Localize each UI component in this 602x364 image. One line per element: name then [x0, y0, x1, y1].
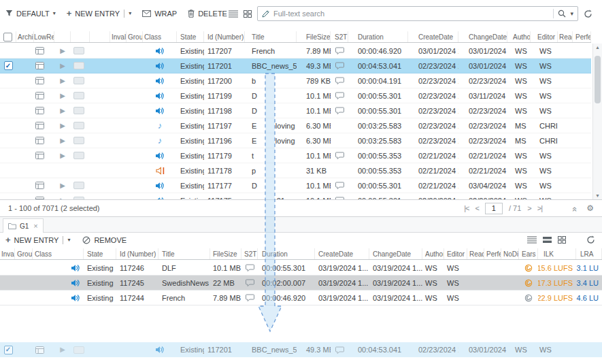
column-header-idnumber[interactable]: Id (Number)	[116, 248, 158, 259]
table-row[interactable]: ▶Existing117207French7.89 MB00:00:46.920…	[0, 44, 591, 59]
preview-thumbnail[interactable]	[73, 62, 84, 69]
table-row[interactable]: ✓▶Existing117201BBC_news_5..49.3 MB00:04…	[0, 59, 591, 73]
column-header-state[interactable]: State	[84, 248, 116, 259]
play-button[interactable]: ▶	[60, 182, 65, 189]
table-row[interactable]: ▶Existing117200b789 KB00:00:04.19102/23/…	[0, 73, 591, 88]
row-checkbox[interactable]: ✓	[4, 61, 13, 70]
column-header-filesize[interactable]: FileSize	[210, 248, 241, 259]
tab-g1[interactable]: G1 ×	[3, 218, 44, 233]
table-row[interactable]: ▶Existing117199D10.1 MB00:00:55.30102/23…	[0, 88, 591, 103]
scrollbar-thumb[interactable]	[595, 56, 601, 103]
preview-thumbnail[interactable]	[73, 152, 84, 159]
delete-button[interactable]: DELETE	[188, 10, 227, 18]
column-header-duration[interactable]: Duration	[258, 248, 315, 259]
column-header-editor[interactable]: Editor	[444, 248, 467, 259]
table-row[interactable]: ▶Existing117175 2110.1 MB00:00:55.30102/…	[0, 193, 591, 199]
row-checkbox[interactable]: ✓	[4, 346, 13, 354]
play-button[interactable]: ▶	[60, 152, 65, 159]
play-button[interactable]: ▶	[60, 346, 65, 353]
column-header-s2t[interactable]: S2T	[241, 248, 258, 259]
preview-thumbnail[interactable]	[73, 122, 84, 129]
select-all-checkbox[interactable]	[0, 31, 16, 42]
remove-button[interactable]: REMOVE	[82, 236, 127, 244]
new-entry-button-bottom[interactable]: + NEW ENTRY ▾	[5, 235, 70, 244]
scroll-up-icon[interactable]: ▲	[595, 45, 600, 50]
column-header-title[interactable]: Title	[158, 248, 210, 259]
play-button[interactable]: ▶	[60, 93, 65, 99]
column-header-s2t[interactable]: S2T	[331, 31, 348, 42]
table-row[interactable]: Existing117178p31 KB00:00:55.35302/21/20…	[0, 163, 591, 178]
column-header-read[interactable]: Read	[467, 248, 484, 259]
table-row[interactable]: Existing117245SwedishNews22 MB00:02:00.0…	[0, 276, 602, 291]
column-header-state[interactable]: State	[177, 31, 204, 42]
preview-thumbnail[interactable]	[73, 137, 84, 144]
rows-view-icon[interactable]	[543, 236, 552, 244]
first-page-button[interactable]: |<	[464, 204, 469, 212]
table-row[interactable]: ▶♪Existing117196E loving6.30 MB00:03:25.…	[0, 133, 591, 148]
chevron-down-icon[interactable]: ▾	[570, 10, 573, 17]
column-header-author[interactable]: Author	[507, 31, 531, 42]
filter-default-button[interactable]: DEFAULT ▾	[5, 10, 56, 18]
column-header-class[interactable]: Class	[33, 248, 84, 259]
prev-page-button[interactable]: <	[475, 204, 478, 212]
column-header-ilk[interactable]: ILK	[538, 248, 576, 259]
column-header-nodi[interactable]: NoDi	[501, 248, 519, 259]
preview-thumbnail[interactable]	[73, 107, 84, 114]
refresh-icon[interactable]	[584, 10, 592, 18]
new-entry-button[interactable]: + NEW ENTRY ▾	[67, 9, 131, 18]
table-row[interactable]: Existing117246DLF10.1 MB00:00:55.30103/1…	[0, 261, 602, 276]
table-row[interactable]: ▶Existing117177D10.1 MB00:00:55.30102/21…	[0, 178, 591, 193]
column-header-filesize[interactable]: FileSize	[297, 31, 331, 42]
column-header-ears[interactable]: Ears	[519, 248, 538, 259]
column-header-archi[interactable]: Archi	[16, 31, 34, 42]
column-header-grou[interactable]: Grou	[127, 31, 143, 42]
column-header-lra[interactable]: LRA	[576, 248, 602, 259]
collapse-icon[interactable]: «	[570, 206, 580, 210]
wrap-button[interactable]: WRAP	[142, 10, 177, 18]
table-row[interactable]: ▶Existing117198D10.1 MB00:00:55.30102/23…	[0, 103, 591, 118]
list-view-icon[interactable]	[527, 236, 537, 244]
column-header-title[interactable]: Title	[245, 31, 297, 42]
search-icon[interactable]	[558, 10, 566, 18]
column-header-lowres[interactable]: LowRes	[34, 31, 54, 42]
table-row[interactable]: ✓▶Existing117201BBC_news_5..49.3 MB00:04…	[0, 342, 602, 357]
last-page-button[interactable]: >|	[537, 204, 542, 212]
column-header-changedate[interactable]: ChangeDate	[458, 31, 507, 42]
refresh-icon[interactable]	[586, 235, 595, 244]
row-checkbox[interactable]	[3, 33, 12, 42]
play-button[interactable]: ▶	[60, 63, 65, 69]
column-header-author[interactable]: Author	[422, 248, 444, 259]
play-button[interactable]: ▶	[60, 137, 65, 144]
grid-view-icon[interactable]	[244, 10, 252, 18]
play-button[interactable]: ▶	[60, 122, 65, 129]
preview-thumbnail[interactable]	[73, 92, 84, 99]
column-header-inval[interactable]: Inval	[0, 248, 15, 259]
preview-thumbnail[interactable]	[73, 182, 84, 189]
column-header-grou[interactable]: Grou	[15, 248, 33, 259]
table-row[interactable]: Existing117244French7.89 MB00:00:46.9200…	[0, 291, 602, 305]
grid-view-icon[interactable]	[558, 236, 566, 244]
edit-icon[interactable]	[262, 10, 269, 18]
column-header-idnumber[interactable]: Id (Number)	[204, 31, 245, 42]
column-header-createdate[interactable]: CreateDate	[315, 248, 369, 259]
column-header-duration[interactable]: Duration	[348, 31, 408, 42]
play-button[interactable]: ▶	[60, 78, 65, 84]
list-view-icon[interactable]	[229, 10, 238, 18]
column-header-perfe[interactable]: Perfe	[573, 31, 591, 42]
table-row[interactable]: ▶♪Existing117197E loving6.30 MB00:03:25.…	[0, 118, 591, 133]
column-header-createdate[interactable]: CreateDate	[408, 31, 458, 42]
column-header-inval[interactable]: Inval	[110, 31, 127, 42]
column-header-changedate[interactable]: ChangeDate	[369, 248, 422, 259]
search-input[interactable]	[273, 10, 549, 18]
settings-gear-icon[interactable]: ⚙	[586, 203, 594, 213]
next-page-button[interactable]: >	[527, 204, 531, 212]
play-button[interactable]: ▶	[60, 48, 65, 54]
close-icon[interactable]: ×	[33, 222, 37, 230]
column-header-perfe[interactable]: Perfe	[484, 248, 501, 259]
column-header-class[interactable]: Class	[143, 31, 177, 42]
scroll-down-icon[interactable]: ▼	[595, 193, 600, 198]
preview-thumbnail[interactable]	[73, 77, 84, 84]
play-button[interactable]: ▶	[60, 107, 65, 114]
column-header-editor[interactable]: Editor	[531, 31, 558, 42]
preview-thumbnail[interactable]	[73, 346, 84, 354]
